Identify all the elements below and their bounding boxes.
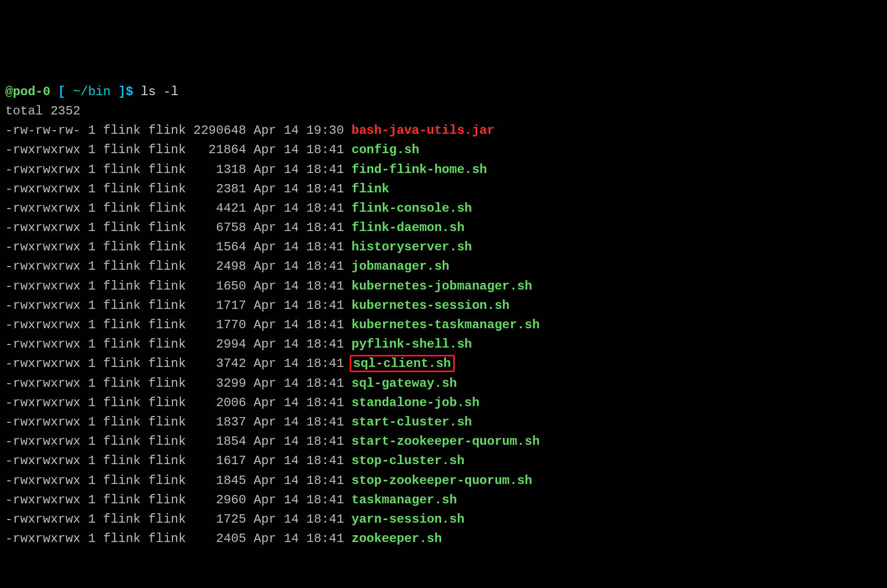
file-meta: -rwxrwxrwx 1 flink flink 1725 Apr 14 18:… bbox=[5, 512, 352, 526]
prompt-dollar: $ bbox=[125, 85, 141, 99]
file-row: -rwxrwxrwx 1 flink flink 2006 Apr 14 18:… bbox=[5, 393, 882, 412]
file-row: -rwxrwxrwx 1 flink flink 21864 Apr 14 18… bbox=[5, 140, 882, 159]
file-meta: -rwxrwxrwx 1 flink flink 1564 Apr 14 18:… bbox=[5, 240, 352, 254]
file-name: stop-cluster.sh bbox=[352, 454, 465, 468]
file-meta: -rwxrwxrwx 1 flink flink 1845 Apr 14 18:… bbox=[5, 474, 352, 488]
file-meta: -rwxrwxrwx 1 flink flink 1650 Apr 14 18:… bbox=[5, 279, 352, 293]
file-row: -rwxrwxrwx 1 flink flink 2960 Apr 14 18:… bbox=[5, 490, 882, 510]
file-row: -rwxrwxrwx 1 flink flink 1837 Apr 14 18:… bbox=[5, 412, 882, 432]
file-row: -rwxrwxrwx 1 flink flink 3299 Apr 14 18:… bbox=[5, 374, 882, 393]
file-row: -rwxrwxrwx 1 flink flink 1650 Apr 14 18:… bbox=[5, 276, 882, 296]
total-line: total 2352 bbox=[5, 104, 80, 118]
file-name: sql-gateway.sh bbox=[352, 376, 457, 390]
file-meta: -rwxrwxrwx 1 flink flink 1770 Apr 14 18:… bbox=[5, 318, 352, 332]
file-meta: -rwxrwxrwx 1 flink flink 2381 Apr 14 18:… bbox=[5, 182, 352, 196]
file-name: flink-console.sh bbox=[352, 201, 472, 215]
file-row: -rw-rw-rw- 1 flink flink 2290648 Apr 14 … bbox=[5, 121, 882, 140]
file-name: kubernetes-taskmanager.sh bbox=[352, 318, 540, 332]
file-meta: -rwxrwxrwx 1 flink flink 1617 Apr 14 18:… bbox=[5, 454, 352, 468]
file-row: -rwxrwxrwx 1 flink flink 1617 Apr 14 18:… bbox=[5, 451, 882, 470]
file-name: kubernetes-session.sh bbox=[352, 298, 510, 313]
file-meta: -rwxrwxrwx 1 flink flink 6758 Apr 14 18:… bbox=[5, 221, 352, 235]
file-meta: -rwxrwxrwx 1 flink flink 1854 Apr 14 18:… bbox=[5, 434, 352, 448]
file-name: standalone-job.sh bbox=[352, 396, 480, 410]
file-meta: -rwxrwxrwx 1 flink flink 2405 Apr 14 18:… bbox=[5, 532, 352, 546]
file-row: -rwxrwxrwx 1 flink flink 3742 Apr 14 18:… bbox=[5, 354, 882, 373]
file-row: -rwxrwxrwx 1 flink flink 2994 Apr 14 18:… bbox=[5, 335, 882, 354]
file-row: -rwxrwxrwx 1 flink flink 2405 Apr 14 18:… bbox=[5, 529, 882, 548]
file-row: -rwxrwxrwx 1 flink flink 1564 Apr 14 18:… bbox=[5, 237, 882, 257]
file-name: kubernetes-jobmanager.sh bbox=[352, 279, 533, 293]
file-meta: -rwxrwxrwx 1 flink flink 2994 Apr 14 18:… bbox=[5, 337, 352, 351]
file-meta: -rwxrwxrwx 1 flink flink 4421 Apr 14 18:… bbox=[5, 201, 352, 215]
prompt-bracket-close: ] bbox=[111, 85, 126, 99]
file-meta: -rwxrwxrwx 1 flink flink 1837 Apr 14 18:… bbox=[5, 415, 352, 429]
file-listing: -rw-rw-rw- 1 flink flink 2290648 Apr 14 … bbox=[5, 121, 882, 548]
file-meta: -rwxrwxrwx 1 flink flink 3742 Apr 14 18:… bbox=[5, 356, 352, 371]
file-name: flink bbox=[352, 182, 389, 196]
file-meta: -rwxrwxrwx 1 flink flink 21864 Apr 14 18… bbox=[5, 143, 352, 157]
file-name: find-flink-home.sh bbox=[352, 163, 487, 177]
prompt-host: @pod-0 bbox=[5, 85, 50, 99]
file-row: -rwxrwxrwx 1 flink flink 1854 Apr 14 18:… bbox=[5, 432, 882, 451]
prompt-bracket-open: [ bbox=[50, 85, 73, 99]
file-meta: -rwxrwxrwx 1 flink flink 2006 Apr 14 18:… bbox=[5, 396, 352, 410]
file-meta: -rwxrwxrwx 1 flink flink 3299 Apr 14 18:… bbox=[5, 376, 352, 390]
file-row: -rwxrwxrwx 1 flink flink 1318 Apr 14 18:… bbox=[5, 160, 882, 179]
file-meta: -rw-rw-rw- 1 flink flink 2290648 Apr 14 … bbox=[5, 123, 352, 137]
file-meta: -rwxrwxrwx 1 flink flink 2960 Apr 14 18:… bbox=[5, 493, 352, 507]
file-name: sql-client.sh bbox=[350, 355, 455, 372]
prompt-cwd: ~/bin bbox=[73, 85, 111, 99]
file-row: -rwxrwxrwx 1 flink flink 6758 Apr 14 18:… bbox=[5, 218, 882, 237]
command-input[interactable]: ls -l bbox=[141, 85, 178, 99]
file-row: -rwxrwxrwx 1 flink flink 1770 Apr 14 18:… bbox=[5, 315, 882, 335]
file-name: start-zookeeper-quorum.sh bbox=[352, 434, 540, 448]
file-name: bash-java-utils.jar bbox=[352, 123, 495, 137]
file-row: -rwxrwxrwx 1 flink flink 1725 Apr 14 18:… bbox=[5, 510, 882, 529]
file-name: config.sh bbox=[352, 143, 420, 157]
file-name: zookeeper.sh bbox=[352, 532, 442, 546]
file-name: stop-zookeeper-quorum.sh bbox=[352, 474, 533, 488]
file-row: -rwxrwxrwx 1 flink flink 4421 Apr 14 18:… bbox=[5, 199, 882, 218]
terminal-prompt: @pod-0 [ ~/bin ]$ bbox=[5, 85, 141, 99]
file-meta: -rwxrwxrwx 1 flink flink 1318 Apr 14 18:… bbox=[5, 163, 352, 177]
file-meta: -rwxrwxrwx 1 flink flink 2498 Apr 14 18:… bbox=[5, 259, 352, 273]
file-name: flink-daemon.sh bbox=[352, 221, 465, 235]
file-row: -rwxrwxrwx 1 flink flink 1717 Apr 14 18:… bbox=[5, 296, 882, 315]
file-name: jobmanager.sh bbox=[352, 259, 450, 273]
file-name: taskmanager.sh bbox=[352, 493, 457, 507]
file-row: -rwxrwxrwx 1 flink flink 2381 Apr 14 18:… bbox=[5, 179, 882, 199]
file-name: historyserver.sh bbox=[352, 240, 472, 254]
file-meta: -rwxrwxrwx 1 flink flink 1717 Apr 14 18:… bbox=[5, 298, 352, 313]
file-row: -rwxrwxrwx 1 flink flink 1845 Apr 14 18:… bbox=[5, 471, 882, 490]
file-name: yarn-session.sh bbox=[352, 512, 465, 526]
file-name: pyflink-shell.sh bbox=[352, 337, 472, 351]
file-name: start-cluster.sh bbox=[352, 415, 472, 429]
file-row: -rwxrwxrwx 1 flink flink 2498 Apr 14 18:… bbox=[5, 257, 882, 276]
